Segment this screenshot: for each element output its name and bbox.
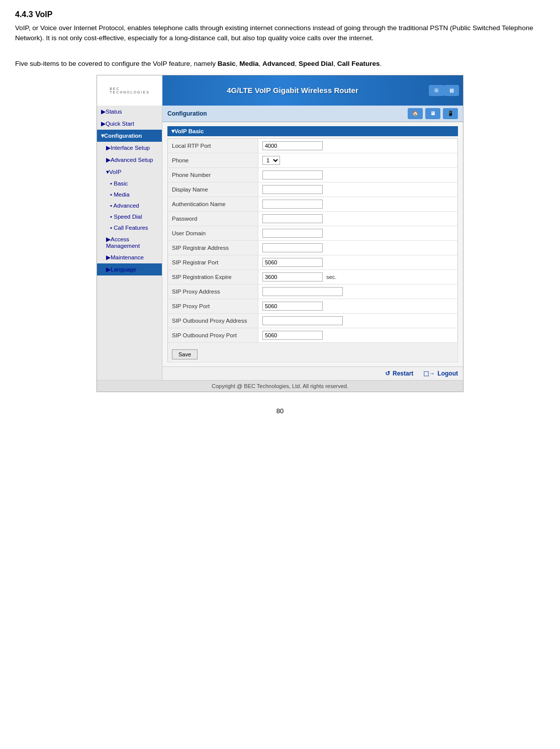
user-domain-input[interactable]: [262, 229, 323, 238]
section-heading: 4.4.3 VoIP: [15, 10, 545, 19]
sip-proxy-port-input[interactable]: [262, 302, 323, 311]
bec-logo-sub: TECHNOLOGIES: [110, 90, 150, 94]
field-label-sip-outbound-proxy-address: SIP Outbound Proxy Address: [168, 313, 258, 328]
table-row: SIP Proxy Address: [168, 284, 458, 299]
field-label-display-name: Display Name: [168, 182, 258, 197]
sidebar-item-status[interactable]: ▶Status: [97, 106, 162, 118]
restart-label: Restart: [393, 370, 413, 377]
restart-button[interactable]: ↺ Restart: [385, 370, 413, 377]
sidebar-item-advanced-label: • Advanced: [110, 203, 139, 209]
sidebar-item-advanced-setup[interactable]: ▶Advanced Setup: [97, 154, 162, 166]
auth-name-input[interactable]: [262, 200, 323, 209]
content-header-label: Configuration: [167, 110, 207, 117]
logout-label: Logout: [437, 370, 458, 377]
content-icon-house[interactable]: 🏠: [408, 108, 423, 119]
field-cell-auth-name: [258, 197, 458, 211]
sip-registrar-address-input[interactable]: [262, 243, 323, 252]
logout-button[interactable]: ⬚→ Logout: [423, 370, 458, 377]
field-cell-sip-outbound-proxy-port: [258, 328, 458, 342]
voip-form-table: Local RTP Port Phone 1 2: [167, 138, 458, 362]
phone-number-input[interactable]: [262, 170, 323, 179]
sidebar: ▶Status ▶Quick Start ▾Configuration ▶Int…: [97, 106, 162, 380]
table-row: Phone 1 2: [168, 153, 458, 167]
sidebar-item-advanced-setup-label: ▶Advanced Setup: [106, 156, 153, 163]
field-label-local-rtp: Local RTP Port: [168, 138, 258, 153]
copyright-bar: Copyright @ BEC Technologies, Ltd. All r…: [97, 380, 463, 392]
intro-paragraph: VoIP, or Voice over Internet Protocol, e…: [15, 23, 545, 44]
sip-outbound-proxy-address-input[interactable]: [262, 316, 343, 325]
field-label-user-domain: User Domain: [168, 226, 258, 240]
save-button[interactable]: Save: [172, 349, 198, 359]
sidebar-item-basic[interactable]: • Basic: [97, 178, 162, 189]
restart-icon: ↺: [385, 370, 390, 377]
router-header: BEC TECHNOLOGIES 4G/LTE VoIP Gigabit Wir…: [97, 75, 463, 106]
table-row: SIP Registration Expire sec.: [168, 269, 458, 284]
field-cell-phone-number: [258, 167, 458, 182]
table-row-save: Save: [168, 342, 458, 362]
sidebar-item-quickstart[interactable]: ▶Quick Start: [97, 118, 162, 130]
sidebar-item-call-features-label: • Call Features: [110, 225, 148, 231]
sidebar-item-basic-label: • Basic: [110, 180, 128, 186]
table-row: SIP Outbound Proxy Port: [168, 328, 458, 342]
password-input[interactable]: [262, 214, 323, 223]
field-cell-sip-proxy-port: [258, 299, 458, 313]
field-label-sip-outbound-proxy-port: SIP Outbound Proxy Port: [168, 328, 258, 342]
sip-registrar-port-input[interactable]: [262, 258, 323, 267]
form-section-title: ▾VoIP Basic: [167, 126, 458, 136]
sidebar-item-speed-dial[interactable]: • Speed Dial: [97, 211, 162, 222]
field-label-password: Password: [168, 211, 258, 226]
field-label-auth-name: Authentication Name: [168, 197, 258, 211]
table-row: Phone Number: [168, 167, 458, 182]
logout-icon: ⬚→: [423, 370, 435, 377]
content-header-icons: 🏠 🖥 📱: [408, 108, 458, 119]
sidebar-item-maintenance[interactable]: ▶Maintenance: [97, 251, 162, 263]
sidebar-item-media[interactable]: • Media: [97, 189, 162, 200]
sidebar-item-language-label: ▶Language: [106, 266, 136, 273]
page-number: 80: [15, 407, 545, 415]
sip-reg-expire-input[interactable]: [262, 272, 323, 282]
field-label-sip-reg-expire: SIP Registration Expire: [168, 269, 258, 284]
content-area: Configuration 🏠 🖥 📱 ▾VoIP Basic Local RT…: [162, 106, 463, 380]
voip-basic-section: ▾VoIP Basic Local RTP Port Phone: [162, 122, 463, 366]
field-cell-sip-outbound-proxy-address: [258, 313, 458, 328]
display-name-input[interactable]: [262, 185, 323, 194]
sidebar-item-quickstart-label: ▶Quick Start: [101, 120, 134, 127]
table-row: Local RTP Port: [168, 138, 458, 153]
sidebar-item-voip-label: ▾VoIP: [106, 168, 121, 175]
field-cell-sip-proxy-address: [258, 284, 458, 299]
field-cell-display-name: [258, 182, 458, 197]
content-icon-phone[interactable]: 📱: [443, 108, 458, 119]
field-cell-sip-registrar-address: [258, 240, 458, 255]
sip-proxy-address-input[interactable]: [262, 287, 343, 296]
sidebar-item-status-label: ▶Status: [101, 108, 122, 115]
table-row: Display Name: [168, 182, 458, 197]
sidebar-item-advanced[interactable]: • Advanced: [97, 200, 162, 211]
table-row: Password: [168, 211, 458, 226]
router-title: 4G/LTE VoIP Gigabit Wireless Router: [162, 86, 423, 95]
router-ui-container: BEC TECHNOLOGIES 4G/LTE VoIP Gigabit Wir…: [97, 75, 463, 392]
local-rtp-port-input[interactable]: [262, 141, 323, 150]
field-label-sip-proxy-address: SIP Proxy Address: [168, 284, 258, 299]
field-cell-local-rtp: [258, 138, 458, 153]
sidebar-item-call-features[interactable]: • Call Features: [97, 222, 162, 233]
table-row: User Domain: [168, 226, 458, 240]
bec-logo: BEC TECHNOLOGIES: [110, 87, 150, 94]
sip-outbound-proxy-port-input[interactable]: [262, 331, 323, 340]
save-cell: Save: [168, 342, 458, 362]
table-row: SIP Registrar Address: [168, 240, 458, 255]
sidebar-item-speed-dial-label: • Speed Dial: [110, 214, 142, 220]
field-label-phone: Phone: [168, 153, 258, 167]
sidebar-item-interface-setup[interactable]: ▶Interface Setup: [97, 142, 162, 154]
field-cell-password: [258, 211, 458, 226]
phone-select[interactable]: 1 2: [262, 156, 280, 165]
sidebar-item-access-mgmt[interactable]: ▶Access Management: [97, 233, 162, 251]
router-footer: ↺ Restart ⬚→ Logout: [162, 366, 463, 380]
sidebar-item-language[interactable]: ▶Language: [97, 263, 162, 275]
sidebar-item-voip[interactable]: ▾VoIP: [97, 166, 162, 178]
table-row: Authentication Name: [168, 197, 458, 211]
content-icon-monitor[interactable]: 🖥: [425, 108, 440, 119]
sidebar-item-configuration[interactable]: ▾Configuration: [97, 130, 162, 142]
header-icon-1: ⊞: [429, 85, 444, 96]
field-cell-user-domain: [258, 226, 458, 240]
router-header-icons: ⊞ ▦: [423, 85, 463, 96]
